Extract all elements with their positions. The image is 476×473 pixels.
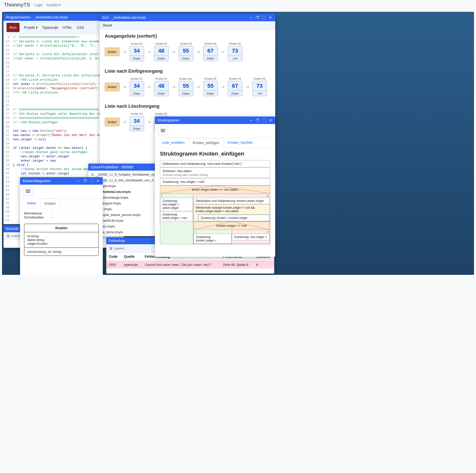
section-title: Liste nach Löschvorgang [105,104,270,109]
strukto-block: Einlesen: neu.daten Einlesen erfolgt übe… [160,167,270,178]
arrow-icon: → [195,49,202,55]
close-icon[interactable]: ✕ [268,118,273,123]
tab-Knoten_löschen[interactable]: Knoten_löschen [224,138,257,147]
list-node: Knoten K355Zeiger [179,42,193,61]
file-icon: 🗎 [91,173,94,176]
restore-icon[interactable]: ❐ [255,15,260,20]
strukto-block: Deklaration und Initialisierung: neu=new… [160,160,270,167]
arrow-icon: → [170,84,177,90]
arrow-icon: → [146,49,153,55]
maximize-icon[interactable]: ⛶ [262,15,266,20]
tab-Knoten[interactable]: Knoten [40,199,60,208]
trash-icon: 🗑 [7,234,10,238]
list-node: Knoten neu55Zeiger [179,77,193,96]
anker-node: Anker [105,83,120,91]
konsole-leeren-button[interactable]: 🗑 Leeren [7,234,21,238]
anker-node: Anker [105,48,120,56]
strukto-header[interactable]: Struktogramm ─ ❐ ⛶ ✕ [155,116,275,124]
minimize-icon[interactable]: ─ [249,118,253,123]
list-node: Knoten K573null [228,42,242,61]
klasse-title: Klassendiagramm [23,179,76,183]
restore-icon[interactable]: ❐ [83,179,87,183]
strukto-title: Struktogramm [157,118,249,122]
fehler-leeren-button[interactable]: 🗑 Leeren [109,247,124,250]
uml-title: Knoten [24,224,99,232]
eltern-label: Elternklasse: [24,211,52,215]
minimize-icon[interactable]: ─ [249,15,253,20]
hamburger-button[interactable] [158,127,168,135]
list-node: Knoten K134Zeiger [130,42,144,61]
klasse-header[interactable]: Klassendiagramm ─ ❐ ⛶ ✕ [20,177,103,185]
arrow-icon: → [219,49,226,55]
workspace: Programmieren - _VerketteteListe.tmyts R… [2,12,474,275]
list-node: Knoten K134Zeiger [130,112,144,131]
menu-css[interactable]: CSS [77,26,84,30]
strukto-condition: anker.zeiger.daten >= neu.daten j Zuweis… [160,185,270,244]
file-item[interactable]: 🗎_OOSE_L1_6_Aufgabe_Sichtbarkeit_vo [88,172,158,177]
list-node: Knoten K134Zeiger [130,77,144,96]
tab-Knoten_einfügen[interactable]: Knoten_einfügen [188,138,224,148]
strukto-heading: Struktogramm Knoten_einfügen [155,148,275,160]
arrow-icon: → [121,119,128,125]
window-strukto: Struktogramm ─ ❐ ⛶ ✕ Liste_erstellenKnot… [155,116,275,257]
table-header: Code [106,253,121,261]
strukto-block: Zuweisung: neu.zeiger = null [160,178,270,185]
arrow-icon: → [195,84,202,90]
list-node: Knoten K355Zeiger [203,77,218,96]
arrow-icon: → [146,84,153,90]
arrow-icon: → [121,49,128,55]
close-icon[interactable]: ✕ [96,179,100,183]
list-node: Knoten K248Zeiger [154,77,169,96]
list-node: Knoten K467Zeiger [228,77,242,96]
cloud-title: Cloud-Projektliste - 000000 [91,165,156,169]
strukto-diagram: Deklaration und Initialisierung: neu=new… [160,160,270,244]
tab-Anker[interactable]: Anker [23,199,40,208]
trash-icon: 🗑 [109,247,113,250]
close-icon[interactable]: ✕ [268,15,273,20]
window-klasse: Klassendiagramm ─ ❐ ⛶ ✕ AnkerKnoten Elte… [20,177,103,275]
section-title: Ausgangsliste (sortiert!) [105,34,270,39]
arrow-icon: → [146,119,153,125]
arrow-icon: → [244,84,251,90]
restore-icon[interactable]: ❐ [255,118,260,123]
nav-login[interactable]: Login [34,3,42,7]
arrow-icon: → [219,84,226,90]
run-button[interactable]: Run [7,23,20,32]
maximize-icon[interactable]: ⛶ [89,179,94,183]
gui-header[interactable]: GUI - _VerketteteListe.tmyts ─ ❐ ⛶ ✕ [100,14,275,21]
arrow-icon: → [170,49,177,55]
list-node: Knoten K248Zeiger [154,42,169,61]
menu-html[interactable]: HTML [63,26,72,30]
schnitt-label: Schnittstellen: [24,215,52,219]
strukto-tabs: Liste_erstellenKnoten_einfügenKnoten_lös… [155,138,275,148]
list-node: Knoten K573null [252,77,267,96]
navbar: ThommyTS Login Ansicht ▾ [0,0,476,10]
hamburger-button[interactable] [23,187,33,196]
minimize-icon[interactable]: ─ [76,179,81,183]
menu-typescript[interactable]: Typescript [42,26,58,30]
klasse-tabs: AnkerKnoten [20,199,103,208]
uml-box: Knoten id:stringdaten:stringzeiger:Knote… [24,224,99,256]
reset-button[interactable]: Reset [103,23,112,27]
gui-title: GUI - _VerketteteListe.tmyts [102,16,249,20]
gui-toolbar: Reset [100,21,275,30]
klasse-content: Elternklasse:- Schnittstellen:- Knoten i… [20,208,103,259]
anker-node: Anker [105,118,120,126]
linked-list: Anker→Knoten K134Zeiger→Knoten K248Zeige… [105,42,270,61]
brand: ThommyTS [4,2,30,8]
table-row[interactable]: 2552typescriptCannot find name 'neeu'. D… [106,261,274,269]
maximize-icon[interactable]: ⛶ [262,118,266,123]
menu-projekt[interactable]: Projekt [24,26,38,30]
arrow-icon: → [121,84,128,90]
section-title: Liste nach Einfügevorgang [105,69,270,74]
nav-ansicht[interactable]: Ansicht ▾ [47,3,61,7]
list-node: Knoten K467Zeiger [203,42,218,61]
table-header: Quelle [121,253,142,261]
linked-list: Anker→Knoten K134Zeiger→Knoten K248Zeige… [105,77,270,96]
tab-Liste_erstellen[interactable]: Liste_erstellen [158,138,188,147]
cloud-header[interactable]: Cloud-Projektliste - 000000 [88,164,158,171]
